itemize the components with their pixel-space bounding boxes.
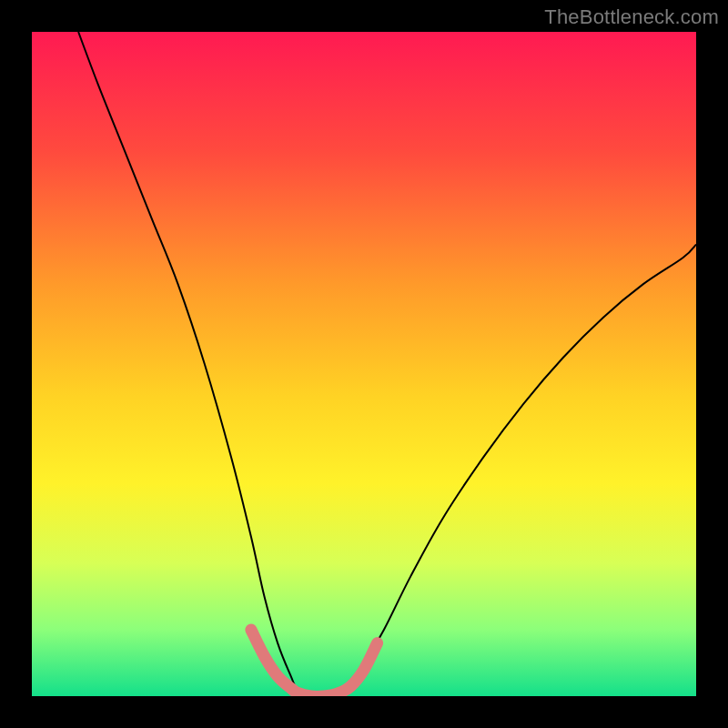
bottleneck-plot bbox=[32, 32, 696, 696]
chart-frame: TheBottleneck.com bbox=[0, 0, 728, 728]
gradient-background bbox=[32, 32, 696, 696]
watermark-text: TheBottleneck.com bbox=[544, 5, 719, 29]
